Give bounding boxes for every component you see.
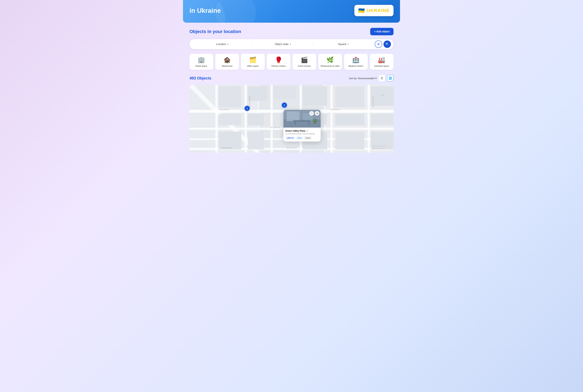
street-label-4: Bel-Red Rd	[222, 147, 232, 149]
svg-rect-36	[293, 120, 311, 122]
object-state-label: Object state	[275, 43, 288, 46]
svg-rect-13	[368, 85, 370, 153]
street-label-1: NE 24th St	[220, 109, 230, 110]
ke-label: KE	[381, 94, 384, 96]
location-chevron: ▾	[227, 43, 228, 45]
map-view-button[interactable]: 🌐	[387, 75, 394, 82]
street-label-7: 73rd Ave NE	[372, 96, 374, 107]
corner-label: NORTHEASTBELLEVUE	[372, 145, 387, 150]
results-controls: Sort by: Recommended ▾ ☰ 🌐	[349, 75, 394, 82]
svg-rect-12	[330, 85, 333, 153]
restaurants-icon: 🌿	[326, 57, 334, 63]
location-filter[interactable]: Location ▾	[192, 41, 252, 48]
main-content: Objects in your location + Add object Lo…	[183, 28, 400, 153]
svg-rect-30	[335, 132, 364, 150]
square-filter[interactable]: Square ▾	[313, 41, 374, 48]
square-chevron: ▾	[348, 43, 348, 45]
svg-rect-16	[218, 86, 241, 107]
location-label: Location	[216, 43, 226, 46]
popup-address: 15 Innovation Street, Ivano-Frankivsk	[285, 133, 319, 135]
popup-tag-other[interactable]: Other	[304, 136, 312, 140]
sort-chevron: ▾	[376, 77, 377, 80]
svg-rect-34	[287, 112, 300, 121]
fitness-label: Fitness centers	[272, 65, 286, 67]
fitness-icon: 🥊	[275, 57, 282, 63]
filter-search-button[interactable]: 🔍	[384, 40, 391, 48]
list-icon: ☰	[380, 76, 383, 80]
svg-rect-8	[216, 85, 218, 153]
ukraine-card: 🇺🇦 UKRAINE	[354, 5, 394, 16]
category-restaurants[interactable]: 🌿 Restaurants & cafes	[318, 54, 342, 70]
events-icon: 🎬	[301, 57, 308, 63]
medical-label: Medical centers	[348, 65, 363, 67]
category-warehouse[interactable]: 🏚️ Warehouse	[215, 54, 239, 70]
street-label-5: Bel-Red Rd	[287, 147, 297, 149]
svg-rect-22	[218, 114, 241, 125]
svg-rect-28	[248, 132, 264, 150]
sort-select[interactable]: Sort by: Recommended ▾	[349, 77, 377, 80]
street-label-2: NE 24th St	[330, 109, 340, 110]
filter-icons: ⚙ 🔍	[375, 40, 391, 48]
results-header: 493 Objects Sort by: Recommended ▾ ☰ 🌐	[190, 75, 394, 82]
popup-tag-rent[interactable]: Rent	[296, 136, 303, 140]
map-container[interactable]: NE 24th St NE 24th St NE 20th St Bel-Red…	[190, 85, 394, 153]
map-marker-1[interactable]: 1	[244, 106, 250, 111]
svg-rect-23	[248, 114, 264, 125]
svg-rect-25	[335, 114, 364, 125]
svg-rect-37	[295, 122, 296, 125]
category-retail[interactable]: 🏢 Retail space	[190, 54, 213, 70]
category-events[interactable]: 🎬 Event venues	[292, 54, 316, 70]
list-view-button[interactable]: ☰	[379, 75, 385, 82]
restaurants-label: Restaurants & cafes	[321, 65, 340, 67]
add-object-button[interactable]: + Add object	[370, 28, 394, 35]
retail-icon: 🏢	[198, 57, 205, 63]
hero-banner: in Ukraine 🇺🇦 UKRAINE	[183, 0, 400, 23]
street-label-3: NE 20th St	[270, 126, 280, 128]
svg-rect-10	[270, 85, 273, 153]
retail-label: Retail space	[196, 65, 207, 67]
section-title: Objects in your location	[190, 29, 241, 34]
globe-icon: 🌐	[388, 76, 392, 80]
popup-area: 1,847 m²	[285, 136, 295, 140]
property-popup: ♡ ✕ Green Valley Plaza ✓ 15 Innovation S…	[284, 110, 321, 142]
category-industrial[interactable]: 🏭 Industrial space	[370, 54, 394, 70]
category-medical[interactable]: 🏥 Medical centers	[344, 54, 368, 70]
popup-favorite-button[interactable]: ♡	[309, 111, 314, 116]
object-state-filter[interactable]: Object state ▾	[253, 41, 313, 48]
filter-settings-button[interactable]: ⚙	[375, 40, 382, 48]
sort-label: Sort by: Recommended	[349, 77, 374, 80]
hero-text: in Ukraine	[190, 7, 221, 14]
industrial-icon: 🏭	[378, 57, 385, 63]
popup-actions: ♡ ✕	[309, 111, 319, 116]
svg-rect-19	[303, 86, 327, 106]
object-state-chevron: ▾	[290, 43, 291, 45]
medical-icon: 🏥	[352, 57, 360, 63]
street-label-6: 148th Ave NE	[249, 96, 251, 108]
office-label: Office space	[247, 65, 259, 67]
category-office[interactable]: 🗂️ Office space	[241, 54, 265, 70]
section-header: Objects in your location + Add object	[190, 28, 394, 35]
filter-bar: Location ▾ Object state ▾ Square ▾ ⚙ 🔍	[190, 39, 394, 49]
svg-rect-18	[274, 86, 296, 99]
svg-rect-40	[314, 122, 316, 124]
popup-tags: 1,847 m² Rent Other	[285, 136, 319, 140]
results-count: 493 Objects	[190, 76, 211, 80]
popup-image: ♡ ✕	[284, 110, 321, 128]
industrial-label: Industrial space	[374, 65, 389, 67]
map-marker-2[interactable]: 1	[282, 102, 287, 108]
verified-icon: ✓	[306, 130, 308, 132]
warehouse-icon: 🏚️	[224, 57, 231, 63]
popup-close-button[interactable]: ✕	[315, 111, 319, 116]
office-icon: 🗂️	[249, 57, 256, 63]
svg-rect-38	[308, 122, 309, 125]
ukraine-label: UKRAINE	[367, 8, 390, 13]
popup-title: Green Valley Plaza ✓	[285, 130, 319, 132]
category-grid: 🏢 Retail space 🏚️ Warehouse 🗂️ Office sp…	[190, 54, 394, 70]
svg-rect-17	[248, 86, 267, 101]
ukraine-flag: 🇺🇦	[358, 8, 365, 14]
svg-rect-26	[371, 114, 394, 125]
category-fitness[interactable]: 🥊 Fitness centers	[267, 54, 290, 70]
svg-rect-20	[335, 86, 364, 107]
map-background: NE 24th St NE 24th St NE 20th St Bel-Red…	[190, 85, 394, 153]
popup-body: Green Valley Plaza ✓ 15 Innovation Stree…	[284, 128, 321, 142]
